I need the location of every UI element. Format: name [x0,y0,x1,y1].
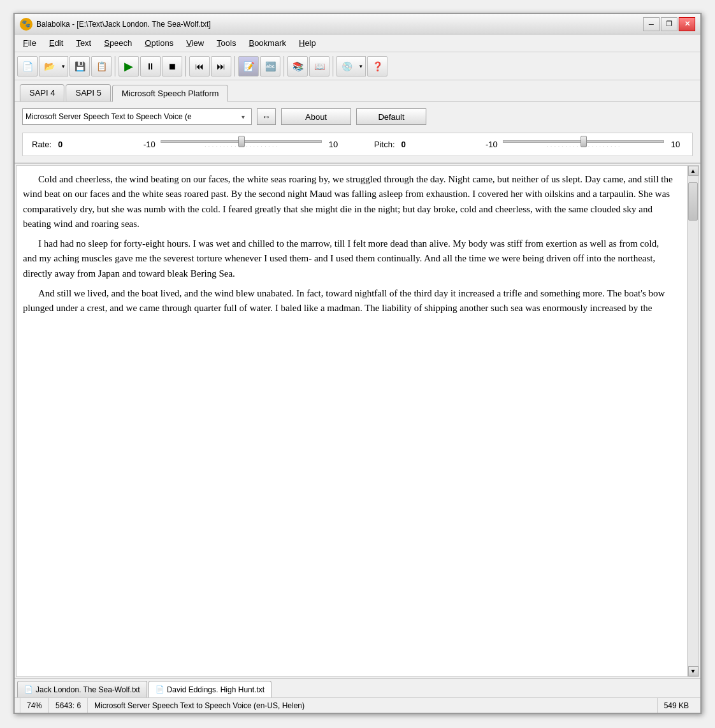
restore-button[interactable]: ❐ [661,17,677,31]
bottom-tab-seawolf[interactable]: 📄 Jack London. The Sea-Wolf.txt [17,681,147,697]
scrollbar: ▲ ▼ [687,166,698,676]
bottom-tab-highhunt-label: David Eddings. High Hunt.txt [167,685,264,694]
speech-tabs: SAPI 4 SAPI 5 Microsoft Speech Platform [15,80,700,102]
rate-slider-dots: · · · · · · · · · · · · · · · · · · · · [161,144,322,149]
menu-view[interactable]: View [180,36,210,50]
new-button[interactable]: 📄 [17,56,38,76]
minimize-button[interactable]: ─ [643,17,660,31]
menu-options[interactable]: Options [139,36,179,50]
pitch-slider-group: Pitch: 0 [374,140,473,149]
rate-slider[interactable] [161,140,322,143]
status-voice-info: Microsoft Server Speech Text to Speech V… [88,698,658,713]
word-count-button[interactable]: 🔤 [260,56,280,76]
open-button[interactable]: 📂 [39,56,59,76]
title-bar-left: 🐾 Balabolka - [E:\Text\Jack London. The … [20,18,211,31]
pitch-slider[interactable] [503,140,664,143]
bookmark2-button[interactable]: 📖 [309,56,329,76]
status-position: 5643: 6 [49,698,88,713]
prev-segment-button[interactable]: ⏮ [189,56,210,76]
text-content[interactable]: Cold and cheerless, the wind beating on … [17,166,687,676]
pitch-max-label: 10 [668,140,683,149]
pitch-slider-track: · · · · · · · · · · · · · · · · · · · · [503,140,664,149]
bottom-tab-seawolf-label: Jack London. The Sea-Wolf.txt [36,685,140,694]
export-button[interactable]: 💿 [336,56,357,76]
pause-button[interactable]: ⏸ [140,56,161,76]
main-window: 🐾 Balabolka - [E:\Text\Jack London. The … [13,13,702,714]
toolbar-separator-2 [185,56,186,76]
rate-value: 0 [58,140,71,149]
menu-bar: File Edit Text Speech Options View Tools… [15,34,700,52]
status-filesize-text: 549 KB [664,701,689,710]
rate-label: Rate: [32,140,52,149]
voice-dropdown[interactable]: Microsoft Server Speech Text to Speech V… [22,108,252,125]
status-position-text: 5643: 6 [55,701,81,710]
voice-panel: Microsoft Server Speech Text to Speech V… [15,102,700,164]
scroll-up-button[interactable]: ▲ [688,166,698,176]
rate-min-label: -10 [141,140,157,149]
sliders-row: Rate: 0 -10 · · · · · · · · · · · · · · … [22,133,693,156]
status-bar: 74% 5643: 6 Microsoft Server Speech Text… [15,697,700,713]
title-bar: 🐾 Balabolka - [E:\Text\Jack London. The … [15,14,700,34]
menu-tools[interactable]: Tools [211,36,242,50]
export-dropdown-button[interactable]: ▾ [357,56,366,76]
scroll-track[interactable] [688,176,698,666]
rate-slider-group: Rate: 0 [32,140,131,149]
toolbar-separator-5 [333,56,333,76]
window-title: Balabolka - [E:\Text\Jack London. The Se… [36,20,211,29]
pitch-min-label: -10 [484,140,499,149]
menu-help[interactable]: Help [293,36,322,50]
toolbar-separator-3 [235,56,235,76]
default-button[interactable]: Default [356,108,426,125]
rate-slider-track: · · · · · · · · · · · · · · · · · · · · [161,140,322,149]
open-group: 📂 ▾ [39,56,68,76]
pitch-slider-dots: · · · · · · · · · · · · · · · · · · · · [503,144,664,149]
scroll-thumb[interactable] [688,182,698,221]
tab-sapi5[interactable]: SAPI 5 [66,84,110,101]
text-paragraph-3: And still we lived, and the boat lived, … [23,286,674,316]
menu-edit[interactable]: Edit [43,36,69,50]
rate-max-label: 10 [326,140,341,149]
stop-button[interactable]: ⏹ [162,56,182,76]
toolbar-separator-4 [284,56,284,76]
pitch-slider-container: -10 · · · · · · · · · · · · · · · · · · … [484,140,683,149]
export-group: 💿 ▾ [336,56,366,76]
bottom-tab-seawolf-icon: 📄 [24,685,33,694]
toolbar: 📄 📂 ▾ 💾 📋 ▶ ⏸ ⏹ ⏮ ⏭ 📝 🔤 📚 📖 💿 ▾ ❓ [15,52,700,80]
tab-microsoft-speech-platform[interactable]: Microsoft Speech Platform [112,85,228,102]
refresh-voice-button[interactable]: ↔ [257,108,276,125]
voice-top-row: Microsoft Server Speech Text to Speech V… [22,108,693,125]
menu-bookmark[interactable]: Bookmark [243,36,292,50]
save-as-button[interactable]: 📋 [91,56,112,76]
voice-dropdown-arrow: ▾ [237,113,249,120]
rate-slider-container: -10 · · · · · · · · · · · · · · · · · · … [141,140,341,149]
status-voice-info-text: Microsoft Server Speech Text to Speech V… [94,701,305,710]
next-segment-button[interactable]: ⏭ [211,56,231,76]
status-filesize: 549 KB [658,698,695,713]
pitch-value: 0 [401,140,414,149]
status-zoom-text: 74% [27,701,42,710]
bottom-tab-highhunt[interactable]: 📄 David Eddings. High Hunt.txt [148,681,271,697]
close-button[interactable]: ✕ [679,17,695,31]
save-button[interactable]: 💾 [69,56,90,76]
menu-speech[interactable]: Speech [98,36,138,50]
about-button[interactable]: About [281,108,351,125]
window-controls: ─ ❐ ✕ [643,17,695,31]
edit-text-button[interactable]: 📝 [238,56,259,76]
help-button[interactable]: ❓ [367,56,387,76]
app-icon: 🐾 [20,18,32,31]
text-paragraph-2: I had had no sleep for forty-eight hours… [23,237,674,281]
bookmark1-button[interactable]: 📚 [287,56,308,76]
menu-text[interactable]: Text [70,36,97,50]
tab-sapi4[interactable]: SAPI 4 [20,84,64,101]
open-dropdown-button[interactable]: ▾ [59,56,68,76]
pitch-label: Pitch: [374,140,395,149]
scroll-down-button[interactable]: ▼ [688,666,698,676]
toolbar-separator-1 [115,56,115,76]
bottom-tabs: 📄 Jack London. The Sea-Wolf.txt 📄 David … [15,678,700,697]
play-button[interactable]: ▶ [119,56,139,76]
bottom-tab-highhunt-icon: 📄 [155,685,164,694]
voice-dropdown-text: Microsoft Server Speech Text to Speech V… [25,112,237,121]
text-paragraph-1: Cold and cheerless, the wind beating on … [23,172,674,231]
menu-file[interactable]: File [17,36,42,50]
status-zoom: 74% [20,698,49,713]
